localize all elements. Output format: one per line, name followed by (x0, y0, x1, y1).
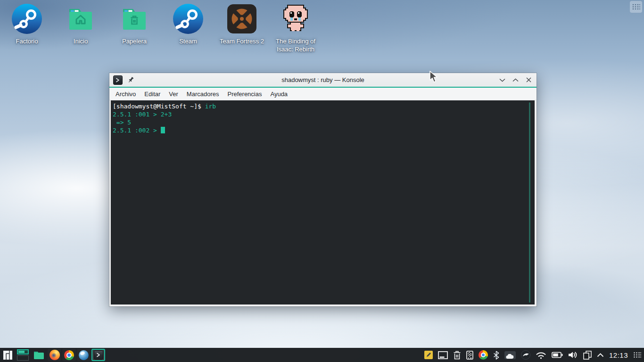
desktop-icon-label: Papelera (122, 37, 147, 45)
sticky-note-tray-icon[interactable] (424, 351, 433, 359)
desktop-icon-papelera[interactable]: Papelera (107, 0, 161, 53)
panel-toolbox-button[interactable] (633, 352, 641, 358)
chrome-icon (64, 350, 74, 360)
pager-desktop-2[interactable] (17, 355, 29, 361)
shell-command: irb (205, 103, 216, 110)
close-icon (526, 77, 531, 82)
menu-preferencias[interactable]: Preferencias (223, 89, 266, 99)
terminal-line: [shadowmyst@MistSoft ~]$ irb (113, 102, 534, 110)
desktop-icon-isaac[interactable]: The Binding of Isaac: Rebirth (269, 0, 322, 53)
desktop-icon-inicio[interactable]: Inicio (54, 0, 107, 53)
trash-tray-icon[interactable] (453, 351, 461, 360)
taskbar: 12:13 (0, 348, 644, 362)
file-manager-launcher[interactable] (33, 349, 45, 361)
maximize-button[interactable] (511, 76, 520, 84)
folder-home-icon (66, 4, 96, 34)
virtual-desktop-pager[interactable] (17, 349, 29, 361)
bluetooth-tray-icon[interactable] (493, 351, 499, 360)
desktop-icon-factorio[interactable]: Factorio (0, 0, 54, 53)
close-button[interactable] (524, 76, 533, 84)
pencil-icon (426, 352, 431, 358)
kdeconnect-phone-tray-icon[interactable] (466, 351, 473, 360)
desktop-icon-steam[interactable]: Steam (161, 0, 215, 53)
menu-ayuda[interactable]: Ayuda (266, 89, 292, 99)
terminal-line: => 5 (113, 118, 534, 126)
cloud-tray-icon[interactable] (504, 351, 516, 359)
wifi-tray-icon[interactable] (536, 351, 546, 359)
terminal-output: [shadowmyst@MistSoft ~]$ irb 2.5.1 :001 … (111, 100, 535, 134)
konsole-window: shadowmyst : ruby — Konsole Archivo Edit… (109, 73, 537, 306)
window-title: shadowmyst : ruby — Konsole (109, 76, 537, 83)
desktop-icon-label: The Binding of Isaac: Rebirth (271, 37, 321, 53)
terminal-cursor (161, 127, 165, 133)
chrome-tray-icon[interactable] (479, 350, 488, 360)
pager-desktop-1[interactable] (17, 349, 29, 354)
globe-browser-icon (79, 350, 89, 360)
globe-bird-tray-icon[interactable] (521, 350, 530, 360)
grid-dots-icon (632, 4, 640, 10)
pin-icon[interactable] (127, 76, 134, 83)
folder-icon (33, 351, 44, 360)
battery-tray-icon[interactable] (552, 352, 563, 358)
minimize-button[interactable] (498, 76, 506, 84)
firefox-icon (50, 350, 60, 360)
desktop-icon-label: Inicio (74, 37, 88, 45)
chevron-up-icon (512, 78, 519, 82)
desktop-toolbox-button[interactable] (630, 1, 642, 13)
menu-marcadores[interactable]: Marcadores (182, 89, 223, 99)
tf2-icon (227, 4, 257, 34)
application-launcher-button[interactable] (2, 349, 13, 361)
terminal-line: 2.5.1 :001 > 2+3 (113, 110, 534, 118)
menu-ver[interactable]: Ver (165, 89, 182, 99)
desktop-icon-tf2[interactable]: Team Fortress 2 (215, 0, 269, 53)
task-firefox[interactable] (48, 349, 61, 361)
menu-bar: Archivo Editar Ver Marcadores Preferenci… (109, 88, 537, 100)
steam-icon (173, 4, 203, 34)
task-web-browser[interactable] (77, 349, 91, 361)
frame-tray-icon[interactable] (438, 351, 448, 359)
clipboard-tray-icon[interactable] (583, 351, 592, 360)
task-chrome[interactable] (62, 349, 76, 361)
manjaro-logo-icon (3, 351, 12, 360)
chevron-up-icon (597, 353, 604, 357)
window-titlebar[interactable]: shadowmyst : ruby — Konsole (109, 73, 537, 87)
desktop-icon-label: Steam (179, 37, 197, 45)
konsole-window-icon[interactable] (113, 75, 123, 85)
shell-prompt: [shadowmyst@MistSoft ~]$ (113, 103, 205, 110)
desktop-icon-grid: Factorio Inicio (0, 0, 322, 53)
konsole-icon (94, 350, 103, 360)
clock[interactable]: 12:13 (609, 351, 628, 359)
steam-icon (12, 4, 42, 34)
tray-expander-button[interactable] (597, 353, 604, 357)
menu-archivo[interactable]: Archivo (111, 89, 140, 99)
volume-tray-icon[interactable] (568, 351, 578, 359)
task-konsole-active[interactable] (91, 349, 105, 361)
menu-editar[interactable]: Editar (140, 89, 165, 99)
terminal-area[interactable]: [shadowmyst@MistSoft ~]$ irb 2.5.1 :001 … (109, 100, 537, 306)
desktop-icon-label: Factorio (16, 37, 38, 45)
terminal-scrollbar[interactable] (529, 102, 530, 303)
grid-dots-icon (633, 352, 641, 358)
isaac-icon (281, 4, 311, 34)
terminal-line: 2.5.1 :002 > (113, 126, 534, 134)
desktop-icon-label: Team Fortress 2 (220, 37, 264, 45)
folder-trash-icon (119, 4, 149, 34)
chevron-down-icon (499, 78, 505, 82)
